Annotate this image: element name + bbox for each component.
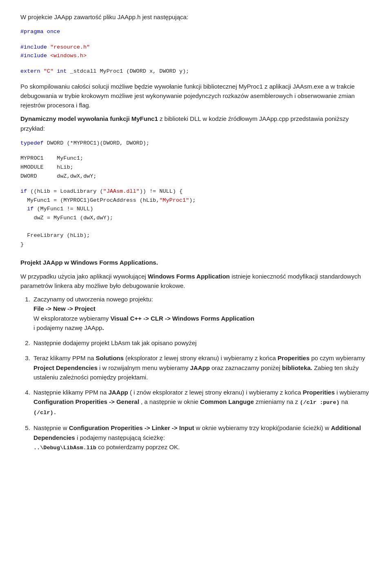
steps-list: Zaczynamy od utworzenia nowego projektu:… (32, 294, 372, 453)
winforms-bold: Windows Forms Application (148, 273, 230, 280)
section3-para: W przypadku użycia jako aplikacji wywołu… (20, 272, 372, 291)
step5-bold1: Configuration Properities -> Linker -> I… (69, 424, 194, 431)
code-if-block: if ((hLib = LoadLibrary ("JAAsm.dll")) !… (20, 185, 372, 250)
section3-heading: Projekt JAApp w Windows Forms Applicatio… (20, 258, 372, 267)
code-typedef: typedef DWORD (*MYPROC1)(DWORD, DWORD); (20, 137, 372, 149)
step4-code1: (/clr :pure) (300, 399, 339, 406)
step1-bold1: File -> New -> Project (33, 305, 96, 312)
myproc-string: "MyProc1" (159, 197, 189, 203)
code-extern: extern "C" int _stdcall MyProc1 (DWORD x… (20, 65, 372, 78)
list-item-3: Teraz klikamy PPM na Solutions (eksplora… (32, 353, 372, 382)
step3-bold1: Solutions (96, 355, 124, 361)
int-kw: int (57, 68, 67, 74)
step3-bold4: JAApp (190, 364, 209, 371)
include-windows: #include <windows.h> (20, 53, 87, 59)
if-kw1: if (20, 188, 27, 194)
step4-code2: (/clr). (33, 410, 57, 416)
list-item-4: Następnie klikamy PPM na JAApp ( i znów … (32, 388, 372, 417)
step4-bold4: Common Languge (200, 398, 254, 405)
section2-text: Dynamiczny model wywołania funkcji MyFun… (20, 114, 372, 133)
list-item-5: Następnie w Configuration Properities ->… (32, 423, 372, 452)
code-vars: MYPROC1 MyFunc1; HMODULE hLib; DWORD dwZ… (20, 152, 372, 182)
extern-kw: extern (20, 68, 40, 74)
step1-bold2: Visual C++ -> CLR -> Windows Forms Appli… (110, 315, 254, 322)
extern-c: "C" (44, 68, 53, 74)
section2-bold: Dynamiczny model wywołania funkcji MyFun… (20, 115, 158, 122)
dll-string: "JAAsm.dll" (103, 188, 140, 194)
include-resource: #include "resource.h" (20, 44, 90, 50)
myfunc-call: MyProc1 (DWORD x, DWORD y); (100, 68, 189, 74)
step5-code: ..\Debug\LibAsm.lib (33, 445, 96, 451)
step1-bold3: . (102, 324, 104, 331)
step4-bold3: Configuration Properities -> General (33, 398, 139, 405)
list-item-1: Zaczynamy od utworzenia nowego projektu:… (32, 294, 372, 332)
intro-line1: W projekcie JAApp zawartość pliku JAApp.… (20, 12, 372, 22)
step4-bold1: JAApp (108, 389, 128, 396)
list-item-2: Następnie dodajemy projekt LbAsm tak jak… (32, 338, 372, 348)
pragma-line: #pragma once (20, 29, 60, 35)
step3-bold2: Properities (278, 355, 310, 361)
typedef-kw: typedef (20, 140, 44, 146)
step3-bold3: Project Dependencies (33, 364, 98, 371)
para1: Po skompilowaniu całości solucji możliwe… (20, 82, 372, 110)
code-includes: #include "resource.h" #include <windows.… (20, 41, 372, 62)
if-kw2: if (27, 206, 33, 212)
step4-bold2: Properities (303, 389, 334, 396)
code-pragma: #pragma once (20, 26, 372, 38)
step3-bold5: biblioteka. (282, 364, 312, 371)
stdcall-kw: _stdcall (70, 68, 97, 74)
